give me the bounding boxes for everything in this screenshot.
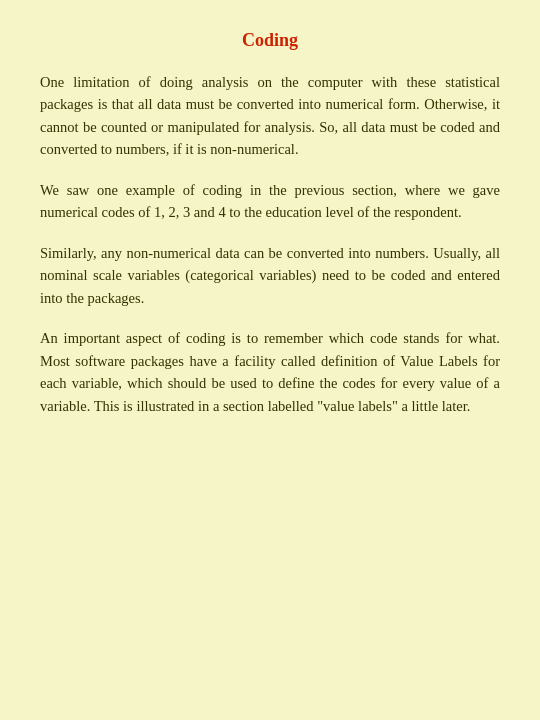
page-title: Coding	[40, 30, 500, 51]
page-container: Coding One limitation of doing analysis …	[0, 0, 540, 720]
paragraph-2: We saw one example of coding in the prev…	[40, 179, 500, 224]
paragraph-1: One limitation of doing analysis on the …	[40, 71, 500, 161]
paragraph-4: An important aspect of coding is to reme…	[40, 327, 500, 417]
paragraph-3: Similarly, any non-numerical data can be…	[40, 242, 500, 309]
